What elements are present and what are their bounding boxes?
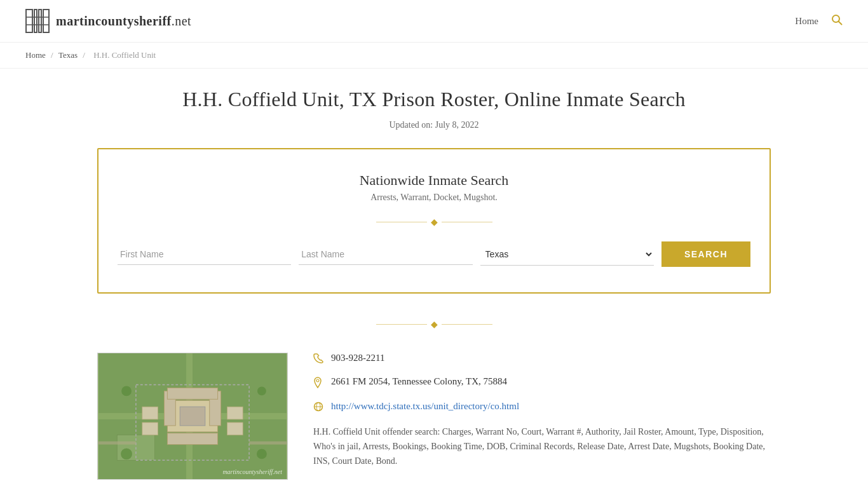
svg-point-23 (121, 386, 132, 396)
updated-date: Updated on: July 8, 2022 (97, 120, 771, 130)
phone-icon (313, 353, 325, 366)
logo-text: martincountysheriff.net (56, 14, 191, 29)
svg-rect-16 (180, 407, 205, 426)
svg-rect-0 (26, 10, 32, 32)
svg-point-25 (121, 448, 132, 459)
search-icon (831, 14, 843, 25)
svg-rect-3 (43, 10, 49, 32)
state-select[interactable]: AlabamaAlaskaArizonaArkansasCaliforniaCo… (480, 243, 654, 266)
breadcrumb-sep-1: / (51, 50, 55, 60)
svg-rect-28 (249, 442, 287, 445)
svg-rect-19 (142, 407, 158, 419)
svg-rect-2 (39, 10, 41, 32)
bottom-divider-line-right (442, 324, 492, 325)
facility-details: 903-928-2211 2661 FM 2054, Tennessee Col… (313, 353, 771, 468)
main-content: H.H. Coffield Unit, TX Prison Roster, On… (85, 69, 783, 488)
facility-description: H.H. Coffield Unit offender search: Char… (313, 424, 771, 468)
aerial-view-svg (98, 353, 287, 479)
breadcrumb-home[interactable]: Home (25, 50, 46, 60)
bottom-divider: ◆ (97, 319, 771, 330)
navigation: Home (795, 14, 843, 29)
last-name-input[interactable] (299, 244, 472, 265)
facility-image: martincountysheriff.net (97, 353, 288, 480)
bottom-divider-diamond: ◆ (431, 319, 438, 330)
first-name-input[interactable] (118, 244, 291, 265)
logo-icon (25, 9, 50, 33)
phone-number: 903-928-2211 (331, 353, 384, 363)
svg-point-24 (257, 386, 266, 395)
svg-rect-20 (227, 407, 243, 419)
bottom-divider-line-left (376, 324, 427, 325)
globe-icon (313, 402, 325, 414)
info-section: martincountysheriff.net 903-928-2211 (97, 353, 771, 480)
search-box-title: Nationwide Inmate Search (118, 172, 750, 189)
divider-diamond: ◆ (431, 217, 438, 227)
search-fields: AlabamaAlaskaArizonaArkansasCaliforniaCo… (118, 241, 750, 267)
svg-rect-22 (227, 423, 243, 435)
svg-rect-14 (167, 388, 217, 399)
divider-line-left (376, 222, 427, 222)
breadcrumb: Home / Texas / H.H. Coffield Unit (0, 43, 868, 69)
divider-top: ◆ (118, 217, 750, 227)
svg-line-7 (839, 21, 842, 24)
breadcrumb-current: H.H. Coffield Unit (93, 50, 156, 60)
breadcrumb-sep-2: / (83, 50, 87, 60)
search-button[interactable]: SEARCH (661, 241, 750, 267)
image-watermark: martincountysheriff.net (222, 468, 282, 475)
page-title: H.H. Coffield Unit, TX Prison Roster, On… (97, 88, 771, 111)
search-box: Nationwide Inmate Search Arrests, Warran… (97, 148, 771, 294)
svg-rect-1 (34, 10, 37, 32)
search-box-subtitle: Arrests, Warrant, Docket, Mugshot. (118, 193, 750, 203)
phone-detail: 903-928-2211 (313, 353, 771, 366)
logo-link[interactable]: martincountysheriff.net (25, 9, 191, 33)
svg-rect-21 (142, 423, 158, 435)
header: martincountysheriff.net Home (0, 0, 868, 43)
breadcrumb-state[interactable]: Texas (58, 50, 78, 60)
address-text: 2661 FM 2054, Tennessee Colony, TX, 7588… (331, 376, 507, 387)
nav-home-link[interactable]: Home (795, 16, 818, 27)
svg-rect-15 (167, 433, 217, 445)
website-link[interactable]: http://www.tdcj.state.tx.us/unit_directo… (331, 401, 519, 412)
location-icon (313, 377, 325, 391)
search-icon-button[interactable] (831, 14, 843, 29)
address-detail: 2661 FM 2054, Tennessee Colony, TX, 7588… (313, 376, 771, 391)
svg-point-26 (257, 449, 267, 459)
website-detail: http://www.tdcj.state.tx.us/unit_directo… (313, 401, 771, 414)
svg-rect-27 (98, 442, 136, 445)
svg-point-29 (316, 379, 319, 382)
divider-line-right (442, 222, 492, 222)
